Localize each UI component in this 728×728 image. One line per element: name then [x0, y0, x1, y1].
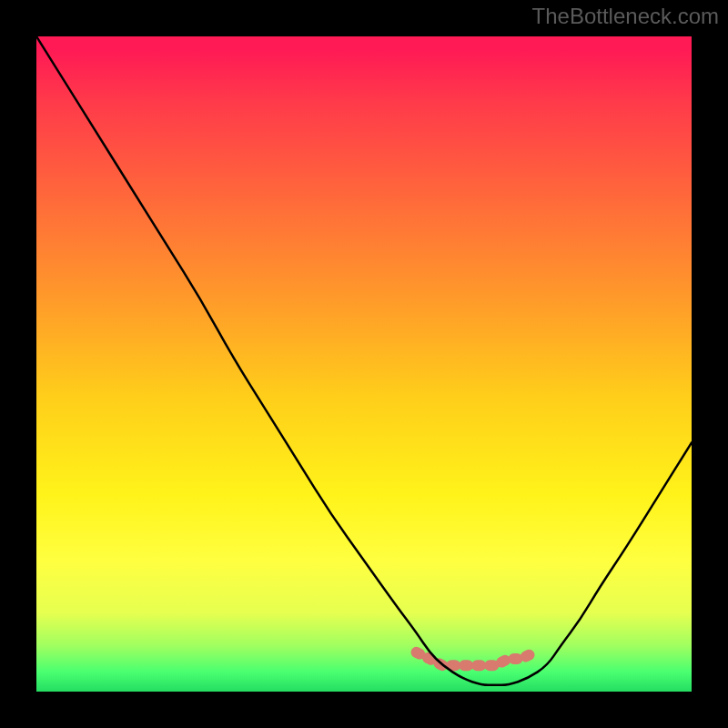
chart-frame: TheBottleneck.com — [0, 0, 728, 728]
bottleneck-curve — [36, 36, 692, 685]
curve-layer — [36, 36, 692, 692]
watermark-text: TheBottleneck.com — [532, 4, 719, 29]
plot-area — [36, 36, 692, 692]
sweet-spot-band — [417, 652, 535, 665]
